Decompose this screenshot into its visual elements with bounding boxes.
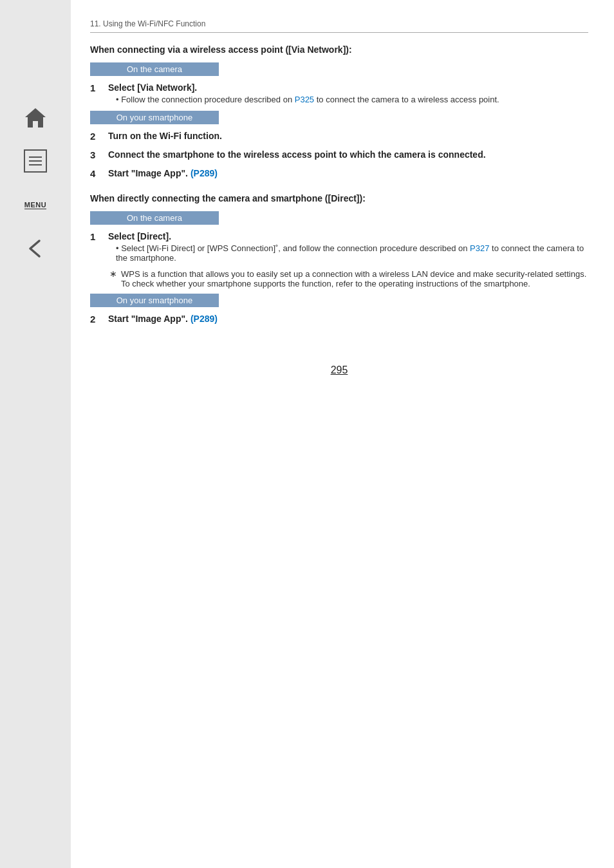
ref-p289-1[interactable]: (P289) bbox=[191, 168, 218, 178]
step-sub: Follow the connection procedure describe… bbox=[116, 95, 588, 104]
svg-marker-0 bbox=[25, 108, 46, 127]
ref-p325[interactable]: P325 bbox=[295, 95, 314, 104]
asterisk-note: ∗ WPS is a function that allows you to e… bbox=[109, 269, 588, 288]
step-title: Select [Direct]. bbox=[108, 231, 588, 241]
step-title: Connect the smartphone to the wireless a… bbox=[108, 149, 588, 160]
step-content: Turn on the Wi-Fi function. bbox=[108, 131, 588, 143]
step-number: 2 bbox=[90, 314, 102, 325]
step-2-imageapp-direct: 2 Start "Image App". (P289) bbox=[90, 314, 588, 326]
asterisk-text: WPS is a function that allows you to eas… bbox=[121, 269, 588, 288]
section2-camera-bar: On the camera bbox=[90, 211, 219, 225]
step-1-direct: 1 Select [Direct]. Select [Wi-Fi Direct]… bbox=[90, 231, 588, 263]
ref-p327[interactable]: P327 bbox=[470, 243, 489, 253]
step-content: Connect the smartphone to the wireless a… bbox=[108, 149, 588, 162]
step-title: Start "Image App". (P289) bbox=[108, 168, 588, 178]
back-button[interactable] bbox=[21, 234, 50, 263]
step-2-wifi: 2 Turn on the Wi-Fi function. bbox=[90, 131, 588, 143]
section1-heading: When connecting via a wireless access po… bbox=[90, 44, 588, 55]
step-title: Select [Via Network]. bbox=[108, 82, 588, 93]
step-title: Turn on the Wi-Fi function. bbox=[108, 131, 588, 141]
menu-button[interactable]: MENU bbox=[21, 191, 50, 219]
step-number: 1 bbox=[90, 231, 102, 242]
section1-smartphone-bar: On your smartphone bbox=[90, 111, 219, 124]
asterisk-symbol: ∗ bbox=[109, 269, 117, 279]
step-number: 1 bbox=[90, 82, 102, 93]
step-sub: Select [Wi-Fi Direct] or [WPS Connection… bbox=[116, 243, 588, 263]
toc-icon bbox=[24, 149, 47, 173]
step-title: Start "Image App". (P289) bbox=[108, 314, 588, 324]
step-number: 4 bbox=[90, 168, 102, 179]
step-4-imageapp: 4 Start "Image App". (P289) bbox=[90, 168, 588, 180]
section2-heading: When directly connecting the camera and … bbox=[90, 193, 588, 203]
home-button[interactable] bbox=[21, 103, 50, 131]
ref-p289-2[interactable]: (P289) bbox=[191, 314, 218, 324]
menu-label: MENU bbox=[24, 201, 46, 209]
step-content: Select [Direct]. Select [Wi-Fi Direct] o… bbox=[108, 231, 588, 263]
step-content: Start "Image App". (P289) bbox=[108, 314, 588, 326]
section2-smartphone-bar: On your smartphone bbox=[90, 294, 219, 307]
step-number: 3 bbox=[90, 149, 102, 160]
section1-camera-bar: On the camera bbox=[90, 62, 219, 76]
breadcrumb: 11. Using the Wi-Fi/NFC Function bbox=[90, 19, 588, 33]
step-content: Start "Image App". (P289) bbox=[108, 168, 588, 180]
page-number: 295 bbox=[90, 364, 588, 376]
step-3-connect: 3 Connect the smartphone to the wireless… bbox=[90, 149, 588, 162]
step-number: 2 bbox=[90, 131, 102, 142]
main-content: 11. Using the Wi-Fi/NFC Function When co… bbox=[71, 0, 614, 868]
step-content: Select [Via Network]. Follow the connect… bbox=[108, 82, 588, 104]
toc-button[interactable] bbox=[21, 147, 50, 175]
sidebar: MENU bbox=[0, 0, 71, 868]
step-1-via-network: 1 Select [Via Network]. Follow the conne… bbox=[90, 82, 588, 104]
